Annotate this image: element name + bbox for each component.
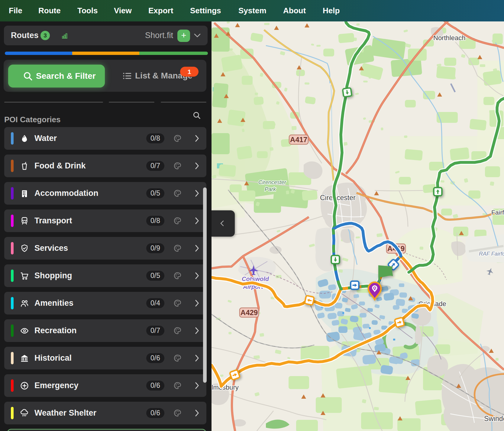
svg-text:Fairford: Fairford [491, 209, 504, 216]
svg-text:Northleach: Northleach [433, 34, 465, 42]
svg-text:Cirencester: Cirencester [258, 179, 286, 185]
svg-text:Park: Park [265, 186, 276, 192]
svg-text:RAF Fairford: RAF Fairford [479, 251, 504, 257]
svg-text:Swindon: Swindon [484, 415, 504, 423]
svg-text:A417: A417 [290, 136, 307, 144]
svg-text:Cirencester: Cirencester [320, 194, 356, 202]
svg-text:A429: A429 [241, 308, 258, 317]
